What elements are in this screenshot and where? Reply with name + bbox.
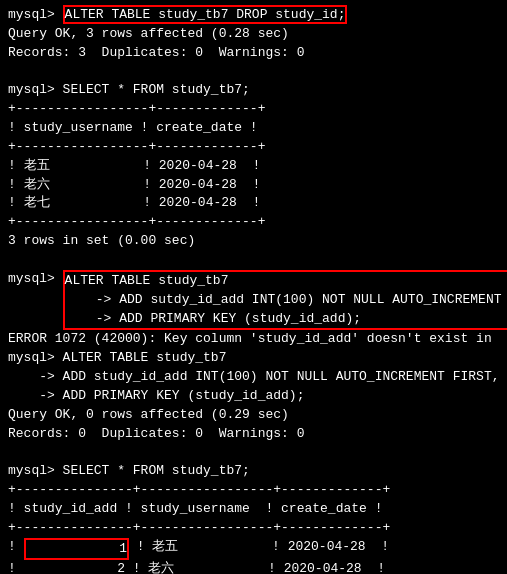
command-3-line1: ALTER TABLE study_tb7 <box>65 273 229 288</box>
id-col-highlight: 1 <box>24 538 129 561</box>
prompt-3b: mysql> ALTER TABLE study_tb7 <box>8 350 226 365</box>
table2-header: ! study_id_add ! study_username ! create… <box>8 501 382 516</box>
command-3-block: ALTER TABLE study_tb7 -> ADD sutdy_id_ad… <box>63 270 507 331</box>
table1-header: ! study_username ! create_date ! <box>8 120 258 135</box>
table2-border-top: +---------------+-----------------+-----… <box>8 482 390 497</box>
output-1b: Records: 3 Duplicates: 0 Warnings: 0 <box>8 45 304 60</box>
prompt-1: mysql> ALTER TABLE study_tb7 DROP study_… <box>8 5 347 24</box>
terminal-content: mysql> ALTER TABLE study_tb7 DROP study_… <box>8 6 499 574</box>
error-line: ERROR 1072 (42000): Key column 'study_id… <box>8 331 492 346</box>
command-1: ALTER TABLE study_tb7 DROP study_id; <box>63 5 348 24</box>
prompt-2: mysql> SELECT * FROM study_tb7; <box>8 82 250 97</box>
command-3-line2: -> ADD sutdy_id_add INT(100) NOT NULL AU… <box>65 292 507 307</box>
table1-row-1: ! 老五 ! 2020-04-28 ! <box>8 158 260 173</box>
table2-row-1: ! 1 ! 老五 ! 2020-04-28 ! <box>8 539 389 554</box>
prompt-4: mysql> SELECT * FROM study_tb7; <box>8 463 250 478</box>
table1-row-2: ! 老六 ! 2020-04-28 ! <box>8 177 260 192</box>
prompt-label-1: mysql> <box>8 7 63 22</box>
table2-border-mid: +---------------+-----------------+-----… <box>8 520 390 535</box>
terminal-window: mysql> ALTER TABLE study_tb7 DROP study_… <box>8 6 499 574</box>
output-3b: Records: 0 Duplicates: 0 Warnings: 0 <box>8 426 304 441</box>
table2-row-2: ! 2 ! 老六 ! 2020-04-28 ! <box>8 561 385 574</box>
command-3b-line2: -> ADD study_id_add INT(100) NOT NULL AU… <box>8 369 499 384</box>
table1-border-bot: +-----------------+-------------+ <box>8 214 265 229</box>
prompt-3: mysql> ALTER TABLE study_tb7 -> ADD sutd… <box>8 271 507 286</box>
table1-border-top: +-----------------+-------------+ <box>8 101 265 116</box>
output-2: 3 rows in set (0.00 sec) <box>8 233 195 248</box>
table1-row-3: ! 老七 ! 2020-04-28 ! <box>8 195 260 210</box>
command-3b-line3: -> ADD PRIMARY KEY (study_id_add); <box>8 388 304 403</box>
table1-border-mid: +-----------------+-------------+ <box>8 139 265 154</box>
command-3-line3: -> ADD PRIMARY KEY (study_id_add); <box>65 311 361 326</box>
output-3a: Query OK, 0 rows affected (0.29 sec) <box>8 407 289 422</box>
output-1a: Query OK, 3 rows affected (0.28 sec) <box>8 26 289 41</box>
